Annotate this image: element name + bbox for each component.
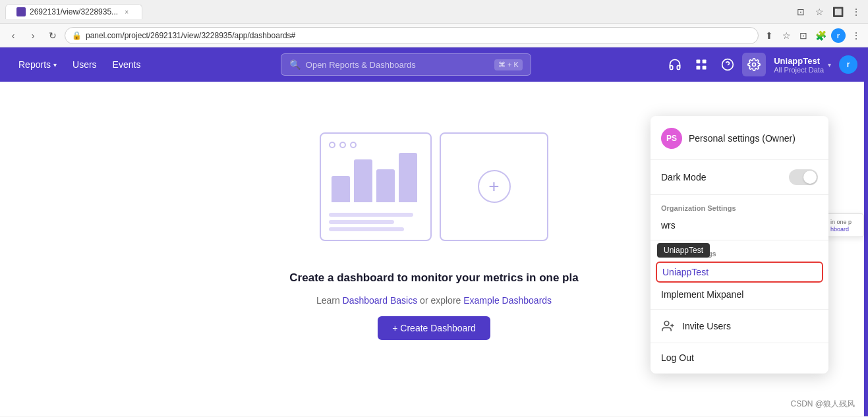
forward-button[interactable]: ›: [25, 28, 41, 43]
bar-1: [332, 176, 350, 202]
implement-mixpanel-item[interactable]: Implement Mixpanel: [651, 284, 828, 305]
settings-icon[interactable]: [742, 53, 766, 76]
svg-rect-0: [697, 60, 701, 64]
bookmark-icon[interactable]: ☆: [780, 29, 793, 42]
dashboard-preview-card-1: [320, 132, 432, 241]
center-content: + Create a dashboard to monitor your met…: [289, 132, 578, 340]
page-subtitle: Learn Dashboard Basics or explore Exampl…: [316, 295, 552, 306]
tab-title: 2692131/view/3228935...: [30, 7, 118, 16]
browser-chrome: 2692131/view/3228935... × ⊡ ☆ 🔲 ⋮: [0, 0, 868, 24]
svg-point-6: [753, 63, 756, 67]
url-text: panel.com/project/2692131/view/3228935/a…: [86, 31, 295, 40]
refresh-button[interactable]: ↻: [45, 28, 61, 43]
svg-rect-2: [697, 66, 701, 70]
implement-mixpanel-label: Implement Mixpanel: [661, 289, 743, 300]
toggle-thumb: [803, 171, 817, 184]
user-name: UniappTest: [774, 56, 824, 66]
chart-bars: [329, 155, 422, 208]
nav-left: Reports ▾ Users Events: [11, 54, 148, 75]
chart-lines: [329, 213, 422, 231]
favicon-icon: [16, 7, 26, 16]
extension-icon[interactable]: 🔲: [831, 5, 844, 18]
bar-4: [399, 153, 417, 202]
bar-2: [354, 159, 372, 202]
grid-icon[interactable]: [689, 53, 713, 76]
line-1: [329, 213, 413, 217]
line-3: [329, 227, 404, 231]
tab-search-icon[interactable]: ⊡: [797, 29, 810, 42]
circle-3: [350, 142, 357, 148]
selected-project-item[interactable]: UniappTest UniappTest: [656, 262, 823, 283]
search-icon: 🔍: [289, 59, 301, 70]
svg-rect-1: [703, 60, 707, 64]
subtitle-mid: or explore: [420, 295, 463, 306]
app-container: Reports ▾ Users Events 🔍 Open Reports & …: [0, 47, 868, 416]
page-title: Create a dashboard to monitor your metri…: [289, 271, 578, 285]
nav-right: UniappTest All Project Data ▾ r: [663, 53, 857, 76]
extension2-icon[interactable]: 🧩: [814, 29, 827, 42]
watermark: CSDN @狼人残风: [790, 399, 855, 410]
top-nav: Reports ▾ Users Events 🔍 Open Reports & …: [0, 47, 868, 82]
org-settings-section-label: Organization Settings: [651, 199, 828, 215]
profile-icon[interactable]: r: [831, 28, 846, 43]
line-2: [329, 220, 394, 224]
reports-nav-item[interactable]: Reports ▾: [11, 54, 65, 75]
user-button[interactable]: UniappTest All Project Data ▾: [768, 53, 836, 76]
search-shortcut: ⌘ + K: [494, 59, 523, 70]
right-accent-bar: [864, 82, 868, 416]
browser-right-icons: ⊡ ☆ 🔲 ⋮: [794, 5, 863, 18]
personal-settings-avatar: PS: [661, 128, 682, 149]
avatar[interactable]: r: [839, 55, 857, 74]
project-tooltip: UniappTest: [657, 243, 710, 258]
selected-project-label: UniappTest: [662, 267, 709, 277]
invite-users-item[interactable]: Invite Users: [651, 314, 828, 339]
more-icon[interactable]: ⋮: [850, 29, 863, 42]
maximize-icon[interactable]: ☆: [813, 5, 826, 18]
address-bar[interactable]: 🔒 panel.com/project/2692131/view/3228935…: [65, 27, 759, 44]
dashboard-illustration: +: [320, 132, 548, 241]
dark-mode-label: Dark Mode: [661, 172, 706, 182]
dashboard-preview-card-2: +: [440, 132, 548, 241]
right-side-popup: in one p hboard: [825, 213, 864, 237]
circle-1: [329, 142, 335, 148]
bar-3: [376, 169, 395, 202]
svg-point-7: [664, 321, 669, 326]
personal-settings-label: Personal settings (Owner): [689, 133, 796, 144]
nav-center: 🔍 Open Reports & Dashboards ⌘ + K: [148, 53, 663, 76]
search-bar[interactable]: 🔍 Open Reports & Dashboards ⌘ + K: [281, 53, 531, 76]
minimize-icon[interactable]: ⊡: [794, 5, 807, 18]
circle-2: [339, 142, 346, 148]
user-chevron-icon: ▾: [828, 61, 831, 69]
share-icon[interactable]: ⬆: [763, 29, 776, 42]
invite-users-icon: [661, 319, 676, 333]
browser-toolbar: ‹ › ↻ 🔒 panel.com/project/2692131/view/3…: [0, 24, 868, 47]
personal-settings-item[interactable]: PS Personal settings (Owner): [651, 121, 828, 155]
main-content: + Create a dashboard to monitor your met…: [0, 82, 868, 416]
logout-item[interactable]: Log Out: [651, 347, 828, 368]
users-label: Users: [72, 59, 97, 70]
divider-5: [651, 343, 828, 343]
divider-4: [651, 309, 828, 310]
window-circles: [329, 142, 422, 148]
browser-tab[interactable]: 2692131/view/3228935... ×: [5, 4, 142, 19]
divider-3: [651, 240, 828, 240]
dark-mode-row[interactable]: Dark Mode: [651, 164, 828, 190]
reports-label: Reports: [18, 59, 51, 70]
dashboard-basics-link[interactable]: Dashboard Basics: [343, 295, 418, 306]
org-item[interactable]: wrs: [651, 215, 828, 236]
example-dashboards-link[interactable]: Example Dashboards: [463, 295, 552, 306]
svg-rect-3: [703, 66, 707, 70]
menu-icon[interactable]: ⋮: [850, 5, 863, 18]
settings-dropdown: PS Personal settings (Owner) Dark Mode O…: [651, 116, 828, 374]
users-nav-item[interactable]: Users: [65, 54, 105, 75]
lock-icon: 🔒: [72, 31, 82, 40]
events-nav-item[interactable]: Events: [105, 54, 149, 75]
create-dashboard-button[interactable]: + Create Dashboard: [378, 316, 490, 340]
back-button[interactable]: ‹: [5, 28, 21, 43]
help-icon[interactable]: [716, 53, 739, 76]
tab-close-icon[interactable]: ×: [122, 7, 131, 16]
reports-chevron-icon: ▾: [53, 61, 57, 69]
dark-mode-toggle[interactable]: [789, 169, 818, 185]
user-sub: All Project Data: [774, 66, 824, 74]
headset-icon[interactable]: [663, 53, 687, 76]
